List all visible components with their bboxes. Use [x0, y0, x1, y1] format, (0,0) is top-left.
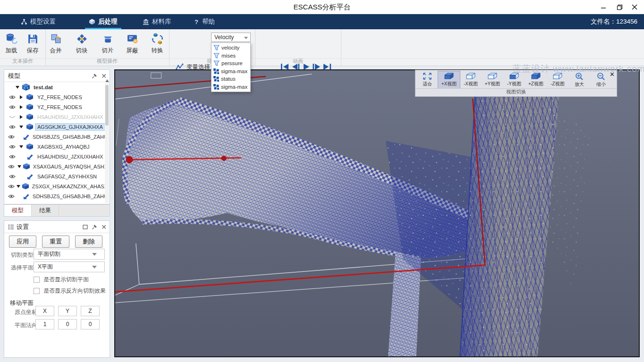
- mask-button[interactable]: 屏蔽: [122, 33, 143, 58]
- scroll-up-icon[interactable]: [105, 79, 109, 82]
- visibility-eye-icon[interactable]: [8, 194, 15, 199]
- visibility-eye-icon[interactable]: [8, 184, 15, 189]
- expander-icon[interactable]: [17, 165, 22, 168]
- expander-icon[interactable]: [18, 105, 24, 109]
- view-button-+Z[interactable]: +Z视图: [525, 71, 547, 88]
- expander-icon[interactable]: [18, 95, 24, 99]
- close-panel-icon[interactable]: ✕: [101, 224, 107, 230]
- grid-icon: [213, 76, 219, 82]
- tree-item[interactable]: XAGBSXG_AYHAQBJ: [4, 142, 110, 152]
- reset-button[interactable]: 重置: [42, 236, 69, 248]
- expander-icon[interactable]: [18, 126, 24, 128]
- restore-icon[interactable]: [613, 2, 626, 12]
- save-icon: [26, 33, 39, 45]
- apply-button[interactable]: 应用: [9, 236, 36, 248]
- visibility-eye-icon[interactable]: [8, 174, 17, 179]
- dropdown-option[interactable]: mises: [212, 52, 250, 60]
- view-button--X[interactable]: -X视图: [460, 71, 482, 88]
- settings-panel: 设置 ✕ 应用 重置 删除 切割类型 平面切割 选择平面 X平面 是否显示切割平…: [4, 220, 110, 358]
- cut-type-select[interactable]: 平面切割: [34, 249, 105, 260]
- fit-icon: [422, 72, 432, 80]
- tree-item[interactable]: YZ_FREE_NODES: [4, 92, 110, 102]
- tree-item[interactable]: HSAUHDISU_JZXIUXHAHX: [4, 152, 110, 161]
- visibility-eye-icon[interactable]: [8, 164, 15, 169]
- cut-block-button[interactable]: 切块: [71, 33, 92, 58]
- view-button-缩小[interactable]: 缩小: [590, 71, 612, 88]
- normal-z-input[interactable]: 0: [81, 319, 100, 329]
- tree-item[interactable]: AGSGKJKG_GJHXAJKHXA: [4, 122, 110, 132]
- close-panel-icon[interactable]: ✕: [101, 73, 107, 79]
- expander-icon[interactable]: [17, 185, 21, 188]
- tree-item-label: YZ_FREE_NODES: [35, 94, 84, 101]
- expander-icon[interactable]: [18, 115, 24, 119]
- tree-item[interactable]: HSAUHDISU_JZXIUXHAHX: [4, 112, 110, 122]
- tree-item[interactable]: XSAXGAUS_AISYAQSH_ASHX: [4, 161, 110, 171]
- tab-model[interactable]: 模型: [4, 205, 32, 216]
- normal-y-input[interactable]: 0: [58, 319, 77, 329]
- view-button-适合[interactable]: 适合: [416, 71, 438, 88]
- mask-icon: [126, 33, 139, 45]
- scrollbar-thumb[interactable]: [105, 85, 109, 126]
- group-caption-text-ops: 文本操作: [12, 58, 33, 65]
- visibility-eye-icon[interactable]: [8, 95, 17, 100]
- view-button-label: +X视图: [441, 81, 457, 87]
- visibility-eye-icon[interactable]: [8, 144, 17, 149]
- tab-model-setup[interactable]: 模型设置: [21, 14, 56, 29]
- tree-item[interactable]: SDHSBJZS_GHSABJHB_ZAHU: [4, 132, 110, 142]
- convert-button[interactable]: 转换: [147, 33, 168, 58]
- view-button-放大[interactable]: 放大: [568, 71, 590, 88]
- tree-item-label: YZ_FREE_NODES: [35, 104, 84, 110]
- arrow-icon: [22, 193, 30, 200]
- tree-item[interactable]: ZSXGX_HSAKAZNZXK_AHASX: [4, 181, 110, 191]
- expander-icon[interactable]: [18, 145, 24, 148]
- plane-select[interactable]: X平面: [34, 261, 105, 272]
- tab-help[interactable]: ? 帮助: [194, 14, 215, 29]
- arrow-icon: [25, 173, 34, 180]
- tree-item[interactable]: YZ_FREE_NODES: [4, 102, 110, 112]
- dropdown-option[interactable]: sigma-max: [212, 83, 250, 91]
- visibility-eye-icon[interactable]: [8, 154, 17, 159]
- delete-button[interactable]: 删除: [75, 236, 102, 248]
- tab-material-library[interactable]: 材料库: [143, 14, 171, 29]
- reverse-cut-checkbox[interactable]: 是否显示反方向切割效果: [34, 287, 106, 295]
- expander-icon[interactable]: [15, 86, 20, 89]
- origin-x-input[interactable]: X: [35, 306, 54, 316]
- pin-icon[interactable]: [92, 224, 97, 230]
- visibility-eye-icon[interactable]: [8, 135, 15, 139]
- variable-combo[interactable]: Velocity: [211, 33, 251, 42]
- save-button[interactable]: 保存: [22, 33, 43, 58]
- view-button-label: 放大: [575, 81, 584, 88]
- origin-z-input[interactable]: Z: [81, 306, 100, 316]
- visibility-eye-icon[interactable]: [8, 105, 17, 109]
- tree-item[interactable]: test.dat: [4, 82, 110, 92]
- view-button--Y[interactable]: -Y视图: [503, 71, 525, 88]
- close-icon[interactable]: [628, 2, 641, 12]
- view-button--Z[interactable]: -Z视图: [547, 71, 568, 88]
- tree-item[interactable]: SDHSBJZS_GHSABJHB_ZAHU: [4, 191, 110, 201]
- dropdown-option[interactable]: perssure: [212, 59, 250, 67]
- dropdown-option[interactable]: sigma-max: [212, 67, 250, 76]
- visibility-eye-icon[interactable]: [8, 125, 17, 129]
- tab-postprocess[interactable]: 后处理: [89, 14, 118, 29]
- visibility-off-icon[interactable]: [8, 115, 17, 119]
- view-button-+Y[interactable]: +Y视图: [482, 71, 503, 88]
- slice-button[interactable]: 切片: [97, 33, 118, 58]
- load-button[interactable]: 加载: [1, 33, 22, 58]
- dropdown-option[interactable]: status: [212, 75, 250, 83]
- tree-scrollbar[interactable]: [105, 83, 109, 203]
- viewbar-close-icon[interactable]: ✕: [610, 71, 615, 78]
- dropdown-option[interactable]: velocity: [212, 44, 250, 52]
- minimize-icon[interactable]: [597, 2, 610, 12]
- origin-y-input[interactable]: Y: [58, 306, 77, 316]
- tree-item[interactable]: SAGFASGZ_ASYHHXSN: [4, 171, 110, 181]
- view-button-+X[interactable]: +X视图: [438, 71, 460, 88]
- dropdown-option-label: velocity: [221, 45, 239, 51]
- show-cut-plane-checkbox[interactable]: 是否显示切割平面: [34, 276, 89, 284]
- tab-result[interactable]: 结果: [32, 205, 59, 216]
- viewport-3d[interactable]: [114, 69, 640, 357]
- normal-x-input[interactable]: 1: [35, 319, 54, 329]
- pin-icon[interactable]: [92, 73, 97, 79]
- slice-icon: [102, 33, 114, 45]
- maximize-panel-icon[interactable]: [83, 225, 88, 229]
- merge-button[interactable]: 合并: [45, 33, 66, 58]
